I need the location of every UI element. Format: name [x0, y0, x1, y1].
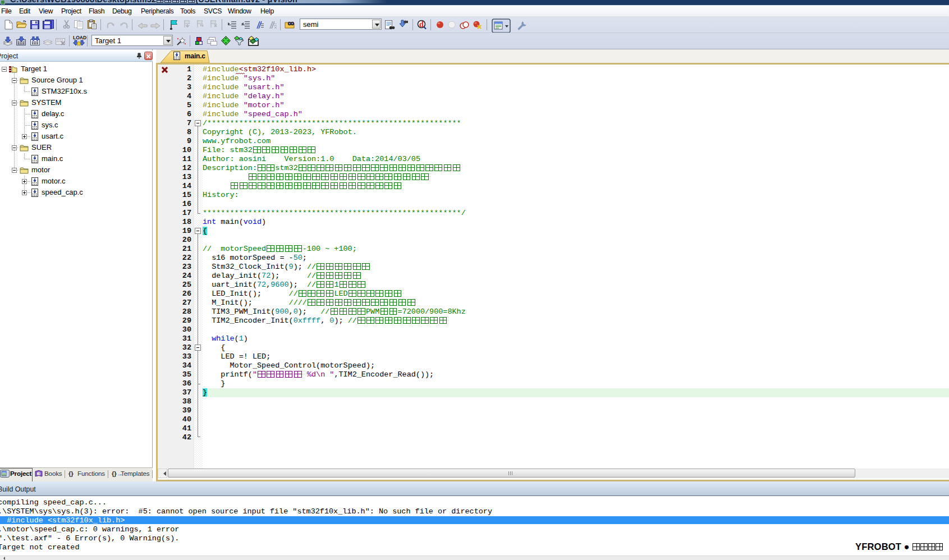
svg-text:?: ?	[38, 471, 40, 476]
svg-text:LOAD: LOAD	[73, 35, 86, 40]
svg-text:d: d	[419, 20, 424, 29]
